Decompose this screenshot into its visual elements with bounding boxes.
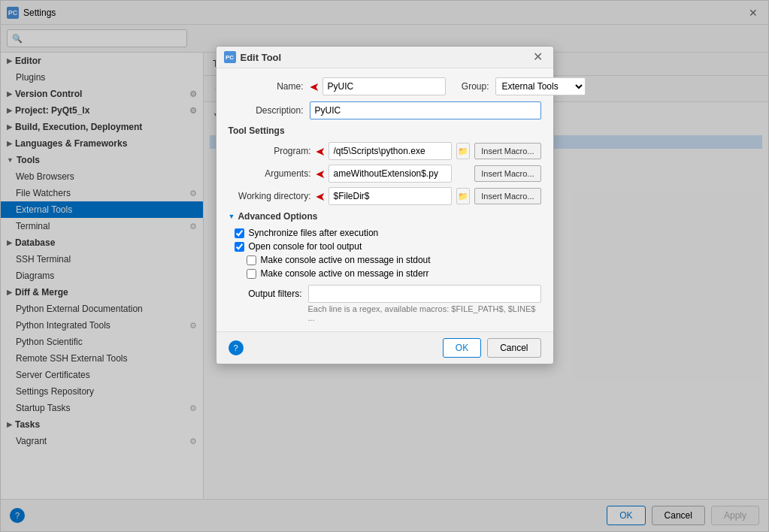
modal-title-bar: PC Edit Tool ✕ [216,53,553,68]
edit-tool-modal: PC Edit Tool ✕ Name: [216,53,554,364]
active-stdout-label: Make console active on message in stdout [261,255,431,265]
modal-title-left: PC Edit Tool [224,53,282,63]
modal-cancel-button[interactable]: Cancel [487,338,540,358]
open-console-label: Open console for tool output [249,241,362,252]
sync-files-row: Synchronize files after execution [229,228,541,238]
advanced-section: ▼ Advanced Options Synchronize files aft… [229,211,541,322]
modal-help-button[interactable]: ? [229,340,244,355]
arrow-indicator-name: ➤ [310,80,319,94]
arguments-label: Arguments: [229,168,311,179]
name-label: Name: [229,81,304,92]
output-filters-row: Output filters: [229,285,541,303]
output-filters-label: Output filters: [235,289,302,299]
arrow-indicator-arguments: ➤ [316,167,325,181]
output-filters-input[interactable] [308,285,541,303]
active-stderr-checkbox[interactable] [247,269,256,279]
modal-overlay: PC Edit Tool ✕ Name: [204,53,768,499]
advanced-options-header[interactable]: ▼ Advanced Options [229,211,541,222]
sync-files-checkbox[interactable] [235,228,244,238]
sync-files-label: Synchronize files after execution [249,228,379,238]
tool-settings-label: Tool Settings [229,125,285,136]
modal-ok-button[interactable]: OK [443,338,481,358]
arrow-indicator-workdir: ➤ [316,189,325,204]
program-label: Program: [229,146,311,156]
arrow-indicator-program: ➤ [316,144,325,159]
modal-close-button[interactable]: ✕ [530,53,546,63]
program-row: Program: ➤ 📁 Insert Macro... [229,142,541,160]
active-stderr-label: Make console active on message in stderr [261,268,429,279]
filters-hint: Each line is a regex, available macros: … [229,304,541,322]
group-label: Group: [452,81,489,92]
active-stdout-checkbox[interactable] [247,255,256,265]
working-dir-browse-button[interactable]: 📁 [456,188,471,204]
description-row: Description: [229,101,541,119]
modal-app-icon: PC [224,53,236,63]
arguments-row: Arguments: ➤ Insert Macro... [229,165,541,183]
advanced-options-label: Advanced Options [238,211,317,222]
active-stderr-row: Make console active on message in stderr [229,268,541,279]
name-group-row: Name: ➤ Group: External Tools [229,77,541,95]
description-input[interactable] [310,101,541,119]
program-input[interactable] [328,142,452,160]
active-stdout-row: Make console active on message in stdout [229,255,541,265]
chevron-icon: ▼ [229,213,235,220]
program-browse-button[interactable]: 📁 [456,143,471,159]
main-content: ▶ Editor Plugins ▶ Version Control ⚙ ▶ P… [1,53,768,499]
working-dir-row: Working directory: ➤ 📁 Insert Macro... [229,187,541,205]
open-console-row: Open console for tool output [229,241,541,252]
description-label: Description: [229,105,304,116]
modal-footer: ? OK Cancel [216,331,553,364]
modal-body: Name: ➤ Group: External Tools [216,68,553,331]
working-dir-label: Working directory: [229,191,311,201]
insert-macro-program-button[interactable]: Insert Macro... [474,143,540,159]
arguments-input[interactable] [328,165,452,183]
right-panel: Tools › External Tools + − ✎ ▲ ▼ ⧉ [204,53,768,499]
name-input[interactable] [322,77,446,95]
insert-macro-arguments-button[interactable]: Insert Macro... [474,165,540,182]
insert-macro-workdir-button[interactable]: Insert Macro... [474,188,540,204]
open-console-checkbox[interactable] [235,242,244,252]
group-select[interactable]: External Tools [495,77,586,95]
tool-settings-header: Tool Settings [229,125,541,136]
settings-window: PC Settings ✕ 🔍 ▶ Editor Plugins [0,0,769,532]
working-dir-input[interactable] [328,187,452,205]
modal-title: Edit Tool [241,53,282,63]
